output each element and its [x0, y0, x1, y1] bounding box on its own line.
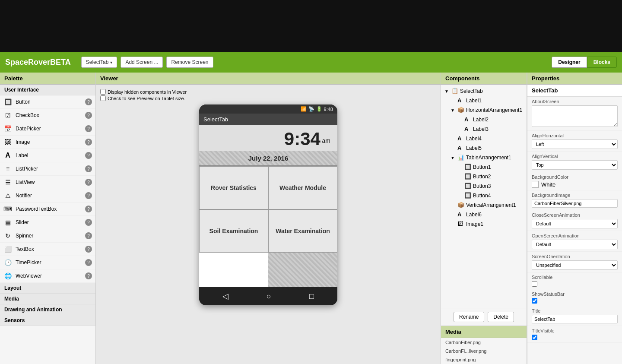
- selecttab-label: SelectTab: [460, 88, 483, 94]
- delete-button[interactable]: Delete: [488, 312, 514, 322]
- palette-item-checkbox[interactable]: ☑ CheckBox ?: [0, 109, 95, 122]
- display-hidden-checkbox[interactable]: [100, 89, 106, 95]
- media-item-carbonfiber[interactable]: CarbonFiber.png: [441, 338, 527, 347]
- notifier-help-icon[interactable]: ?: [85, 192, 92, 199]
- section-layout[interactable]: Layout: [0, 283, 95, 294]
- tree-item-label4[interactable]: A Label4: [441, 134, 527, 143]
- prop-backgroundcolor-label: BackgroundColor: [532, 174, 618, 180]
- prop-backgroundimage-input[interactable]: [532, 199, 618, 208]
- display-hidden-checkbox-label[interactable]: Display hidden components in Viewer: [100, 89, 436, 95]
- grid-cell-soil[interactable]: Soil Examination: [199, 209, 268, 253]
- slider-help-icon[interactable]: ?: [85, 219, 92, 226]
- palette-item-spinner[interactable]: ↻ Spinner ?: [0, 229, 95, 243]
- listpicker-help-icon[interactable]: ?: [85, 165, 92, 172]
- tree-item-vertical1[interactable]: 📦 VerticalArrangement1: [441, 200, 527, 210]
- toggle-selecttab-icon[interactable]: ▼: [444, 88, 450, 94]
- tree-item-selecttab[interactable]: ▼ 📋 SelectTab: [441, 86, 527, 96]
- section-drawing[interactable]: Drawing and Animation: [0, 304, 95, 315]
- phone-bottom-area: [199, 253, 337, 287]
- tree-item-button3[interactable]: 🔲 Button3: [441, 181, 527, 191]
- prop-closescreenanimation-select[interactable]: Default Fade Zoom: [532, 219, 618, 228]
- button-help-icon[interactable]: ?: [85, 98, 92, 105]
- table1-name: TableArrangement1: [466, 155, 511, 161]
- palette-item-textbox[interactable]: ⬜ TextBox ?: [0, 243, 95, 256]
- label1-name: Label1: [466, 98, 482, 104]
- palette-item-passwordtextbox[interactable]: ⌨ PasswordTextBox ?: [0, 203, 95, 216]
- select-tab-dropdown[interactable]: SelectTab ▾: [81, 57, 117, 68]
- tree-item-label3[interactable]: A Label3: [441, 124, 527, 134]
- tree-item-table1[interactable]: ▼ 📊 TableArrangement1: [441, 153, 527, 162]
- spinner-help-icon[interactable]: ?: [85, 232, 92, 239]
- tablet-preview-checkbox[interactable]: [100, 95, 106, 101]
- prop-titlevisible-checkbox[interactable]: [532, 335, 537, 340]
- tree-item-label6[interactable]: A Label6: [441, 210, 527, 219]
- nav-home-icon[interactable]: ○: [267, 292, 271, 301]
- grid-cell-water[interactable]: Water Examination: [268, 209, 337, 253]
- media-item-fingerprint[interactable]: fingerprint.png: [441, 355, 527, 364]
- media-item-carbonfi-silver[interactable]: CarbonFi...ilver.png: [441, 347, 527, 355]
- image-help-icon[interactable]: ?: [85, 139, 92, 146]
- tree-item-button2[interactable]: 🔲 Button2: [441, 172, 527, 181]
- timepicker-help-icon[interactable]: ?: [85, 259, 92, 266]
- palette-item-datepicker[interactable]: 📅 DatePicker ?: [0, 122, 95, 136]
- tree-item-label5[interactable]: A Label5: [441, 143, 527, 153]
- prop-screenorientation-select[interactable]: Unspecified Portrait Landscape: [532, 260, 618, 270]
- blocks-button[interactable]: Blocks: [587, 57, 617, 68]
- tree-item-label1[interactable]: A Label1: [441, 96, 527, 105]
- prop-alignvertical-select[interactable]: Top Center Bottom: [532, 160, 618, 170]
- listview-help-icon[interactable]: ?: [85, 179, 92, 186]
- remove-screen-button[interactable]: Remove Screen: [166, 57, 213, 68]
- nav-back-icon[interactable]: ◁: [222, 291, 228, 301]
- backgroundcolor-swatch[interactable]: [532, 181, 539, 188]
- textbox-help-icon[interactable]: ?: [85, 246, 92, 253]
- button4-icon: 🔲: [464, 192, 471, 199]
- add-screen-button[interactable]: Add Screen ...: [121, 57, 163, 68]
- prop-title-input[interactable]: [532, 315, 618, 323]
- view-toggle: Designer Blocks: [552, 57, 617, 68]
- palette-item-slider[interactable]: ▤ Slider ?: [0, 216, 95, 229]
- tree-item-button4[interactable]: 🔲 Button4: [441, 191, 527, 200]
- image-palette-icon: 🖼: [3, 138, 12, 146]
- prop-alignhorizontal-select[interactable]: Left Center Right: [532, 139, 618, 149]
- toggle-table1-icon[interactable]: ▼: [450, 155, 456, 161]
- palette-item-listpicker[interactable]: ≡ ListPicker ?: [0, 162, 95, 176]
- section-sensors[interactable]: Sensors: [0, 315, 95, 326]
- label-help-icon[interactable]: ?: [85, 152, 92, 159]
- tablet-preview-checkbox-label[interactable]: Check to see Preview on Tablet size.: [100, 95, 436, 101]
- tree-item-horizontal1[interactable]: ▼ 📦 HorizontalArrangement1: [441, 105, 527, 115]
- designer-button[interactable]: Designer: [552, 57, 587, 68]
- palette-item-timepicker[interactable]: 🕐 TimePicker ?: [0, 256, 95, 269]
- nav-recents-icon[interactable]: □: [309, 292, 314, 301]
- tree-item-image1[interactable]: 🖼 Image1: [441, 219, 527, 229]
- webviewer-help-icon[interactable]: ?: [85, 272, 92, 279]
- palette-item-button[interactable]: 🔲 Button ?: [0, 95, 95, 109]
- toggle-horizontal1-icon[interactable]: ▼: [450, 107, 456, 113]
- palette-item-notifier[interactable]: ⚠ Notifier ?: [0, 189, 95, 203]
- prop-showstatusbar-row: [532, 298, 618, 304]
- palette-item-listview[interactable]: ☰ ListView ?: [0, 176, 95, 189]
- main-content: Palette User Interface 🔲 Button ? ☑ Chec…: [0, 73, 622, 364]
- listview-label: ListView: [16, 179, 82, 185]
- palette-item-image[interactable]: 🖼 Image ?: [0, 136, 95, 149]
- grid-cell-rover-stats[interactable]: Rover Statistics: [199, 166, 268, 209]
- horizontal1-icon: 📦: [457, 107, 464, 114]
- palette-item-label[interactable]: A Label ?: [0, 149, 95, 162]
- section-media[interactable]: Media: [0, 294, 95, 304]
- properties-panel: Properties SelectTab AboutScreen AlignHo…: [527, 73, 622, 364]
- datepicker-help-icon[interactable]: ?: [85, 125, 92, 132]
- prop-showstatusbar-checkbox[interactable]: [532, 298, 537, 304]
- prop-title-label: Title: [532, 308, 618, 313]
- prop-scrollable-checkbox[interactable]: [532, 281, 537, 287]
- prop-openscreenanimation-select[interactable]: Default Fade Zoom: [532, 240, 618, 249]
- grid-cell-weather[interactable]: Weather Module: [268, 166, 337, 209]
- label6-name: Label6: [466, 212, 482, 218]
- slider-palette-icon: ▤: [3, 218, 12, 227]
- label4-name: Label4: [466, 136, 482, 142]
- prop-aboutscreen-input[interactable]: [532, 105, 618, 127]
- tree-item-button1[interactable]: 🔲 Button1: [441, 162, 527, 172]
- rename-button[interactable]: Rename: [454, 312, 484, 322]
- palette-item-webviewer[interactable]: 🌐 WebViewer ?: [0, 269, 95, 283]
- passwordtextbox-help-icon[interactable]: ?: [85, 206, 92, 212]
- tree-item-label2[interactable]: A Label2: [441, 115, 527, 124]
- checkbox-help-icon[interactable]: ?: [85, 112, 92, 119]
